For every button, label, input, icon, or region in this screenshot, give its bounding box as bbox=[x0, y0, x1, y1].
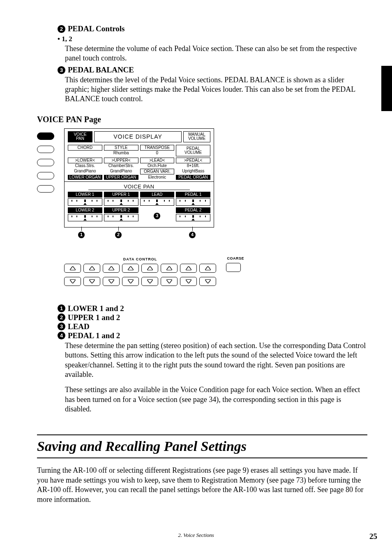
pedal-val: 8+16ft. bbox=[187, 163, 200, 168]
coarse-button bbox=[226, 263, 241, 272]
triangle-up-icon bbox=[167, 267, 172, 270]
chord-cell: CHORD bbox=[68, 145, 102, 151]
data-control-label: DATA CONTROL bbox=[64, 257, 216, 261]
transpose-cell: TRANSPOSE bbox=[140, 145, 175, 151]
upper-head: >UPPER< bbox=[104, 158, 138, 163]
circled-3-icon: 3 bbox=[58, 66, 65, 74]
pan-pedal2: PEDAL 2 bbox=[176, 207, 210, 213]
r5-1: UPPER ORGAN bbox=[104, 175, 138, 180]
caption-lead: 3 LEAD bbox=[58, 322, 367, 331]
lead-val: Orch.Flute bbox=[148, 163, 167, 168]
lcd-screen: VOICE PAN VOICE DISPLAY MANUAL VOLUME CH… bbox=[64, 128, 214, 228]
pan-explain-para2: These settings are also available in the… bbox=[65, 385, 367, 414]
data-up-button bbox=[103, 264, 120, 273]
voice-pan-tab: VOICE PAN bbox=[68, 131, 92, 142]
heading-pedal-balance: 3 PEDAL BALANCE bbox=[58, 66, 367, 74]
pan-slider bbox=[176, 198, 210, 206]
lower-head: >LOWER< bbox=[68, 158, 102, 163]
triangle-down-icon bbox=[109, 280, 114, 283]
r4-1: GrandPiano bbox=[110, 169, 132, 174]
callout-2-icon: 2 bbox=[115, 232, 122, 238]
triangle-up-icon bbox=[90, 267, 95, 270]
r4-3: UprightBass bbox=[182, 169, 204, 174]
triangle-down-icon bbox=[205, 280, 210, 283]
lead-head: >LEAD< bbox=[140, 158, 175, 163]
data-up-button bbox=[199, 264, 216, 273]
bullet-1-2: • 1, 2 bbox=[58, 35, 367, 43]
transpose-value: 0 bbox=[156, 151, 159, 156]
saving-recalling-heading: Saving and Recalling Panel Settings bbox=[37, 434, 367, 454]
triangle-up-icon bbox=[128, 267, 133, 270]
pan-upper2: UPPER 2 bbox=[104, 207, 138, 213]
voice-display-label: VOICE DISPLAY bbox=[94, 131, 182, 142]
circled-4-icon: 4 bbox=[58, 332, 65, 339]
data-down-button bbox=[180, 277, 197, 286]
triangle-up-icon bbox=[205, 267, 210, 270]
triangle-down-icon bbox=[186, 280, 191, 283]
circled-1-icon: 1 bbox=[58, 304, 65, 312]
pan-slider bbox=[140, 198, 175, 206]
triangle-up-icon bbox=[186, 267, 191, 270]
display-button-2 bbox=[37, 146, 54, 153]
coarse-label: COARSE bbox=[227, 256, 244, 260]
data-down-button bbox=[199, 277, 216, 286]
caption-upper: 2 UPPER 1 and 2 bbox=[58, 313, 367, 322]
r5-2: Electronic bbox=[148, 175, 166, 180]
pan-lower1: LOWER 1 bbox=[68, 192, 102, 197]
callout-3-icon: 3 bbox=[154, 213, 160, 219]
data-down-button bbox=[141, 277, 158, 286]
circled-2-icon: 2 bbox=[58, 25, 65, 33]
display-button-5 bbox=[37, 185, 54, 193]
caption-text: LOWER 1 and 2 bbox=[68, 304, 124, 313]
voice-pan-page-heading: VOICE PAN Page bbox=[37, 115, 367, 124]
data-up-button bbox=[161, 264, 178, 273]
display-button-3 bbox=[37, 159, 54, 166]
caption-text: PEDAL 1 and 2 bbox=[68, 331, 120, 340]
pedal-volume-cell: PEDAL VOLUME bbox=[176, 145, 210, 156]
triangle-up-icon bbox=[109, 267, 114, 270]
pedal-head: >PEDAL< bbox=[176, 158, 210, 163]
pan-upper1: UPPER 1 bbox=[104, 192, 138, 197]
pan-slider bbox=[104, 198, 138, 206]
page-number: 25 bbox=[369, 532, 377, 541]
style-cell: STYLE bbox=[104, 145, 138, 151]
display-button-1 bbox=[37, 132, 54, 140]
triangle-up-icon bbox=[70, 267, 75, 270]
pan-lower2: LOWER 2 bbox=[68, 207, 102, 213]
circled-2-icon: 2 bbox=[58, 313, 65, 321]
data-down-button bbox=[103, 277, 120, 286]
triangle-down-icon bbox=[70, 280, 75, 283]
heading-text: PEDAL Controls bbox=[68, 25, 125, 33]
heading-text: PEDAL BALANCE bbox=[68, 66, 134, 74]
triangle-down-icon bbox=[90, 280, 95, 283]
lower-val: Class.Strs. bbox=[75, 163, 95, 168]
caption-pedal: 4 PEDAL 1 and 2 bbox=[58, 331, 367, 340]
data-down-button bbox=[122, 277, 139, 286]
manual-volume-label: MANUAL VOLUME bbox=[183, 131, 210, 142]
triangle-up-icon bbox=[148, 267, 152, 270]
data-up-button bbox=[122, 264, 139, 273]
heading-pedal-controls: 2 PEDAL Controls bbox=[58, 25, 367, 33]
circled-3-icon: 3 bbox=[58, 323, 65, 330]
upper-val: ChamberStrs. bbox=[108, 163, 134, 168]
data-down-button bbox=[83, 277, 100, 286]
style-value: Rhumba bbox=[113, 151, 129, 156]
pan-pedal1: PEDAL 1 bbox=[176, 192, 210, 197]
callout-1-icon: 1 bbox=[78, 232, 85, 238]
pan-slider bbox=[68, 198, 102, 206]
data-up-button bbox=[83, 264, 100, 273]
caption-text: LEAD bbox=[68, 322, 90, 331]
r5-0: LOWER ORGAN bbox=[68, 175, 102, 180]
r4-2: ORGAN VARI. bbox=[140, 169, 175, 174]
footer-chapter: 2. Voice Sections bbox=[0, 532, 392, 539]
saving-recalling-para: Turning the AR-100 off or selecting diff… bbox=[37, 466, 367, 504]
triangle-down-icon bbox=[148, 280, 152, 283]
triangle-down-icon bbox=[167, 280, 172, 283]
pedal-controls-para: These determine the volume of each Pedal… bbox=[65, 44, 367, 63]
data-down-button bbox=[161, 277, 178, 286]
caption-lower: 1 LOWER 1 and 2 bbox=[58, 304, 367, 313]
data-up-button bbox=[180, 264, 197, 273]
data-down-button bbox=[64, 277, 81, 286]
data-up-button bbox=[141, 264, 158, 273]
r5-3: PEDAL ORGAN bbox=[176, 175, 210, 180]
